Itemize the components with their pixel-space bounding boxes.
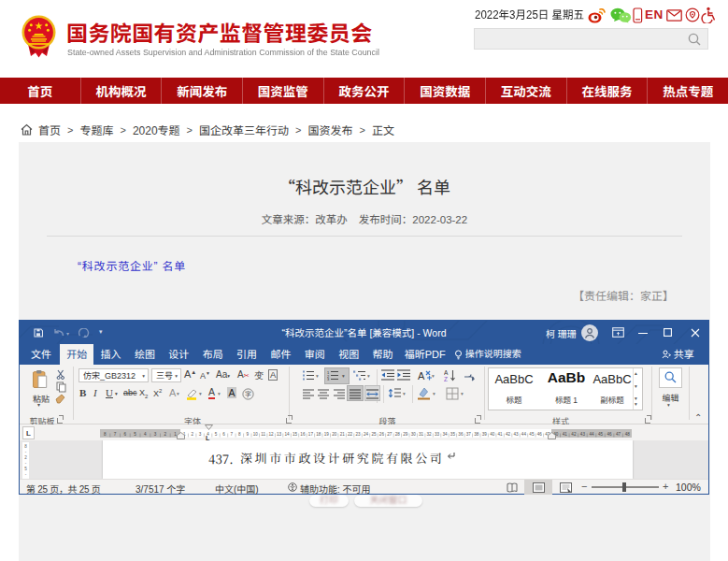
- svg-text:45: 45: [598, 432, 604, 437]
- svg-text:10: 10: [253, 432, 259, 437]
- svg-text:42: 42: [571, 432, 577, 437]
- svg-text:14: 14: [284, 432, 290, 437]
- svg-text:6: 6: [222, 432, 225, 437]
- svg-text:41: 41: [563, 432, 568, 437]
- svg-text:39: 39: [482, 432, 488, 437]
- svg-text:2: 2: [24, 455, 27, 460]
- svg-text:46: 46: [607, 432, 613, 437]
- svg-text:31: 31: [419, 432, 424, 437]
- svg-text:12: 12: [269, 432, 275, 437]
- svg-text:4: 4: [144, 432, 147, 437]
- svg-text:19: 19: [324, 432, 330, 437]
- svg-text:40: 40: [490, 432, 495, 437]
- svg-text:Z: Z: [444, 376, 448, 381]
- svg-text:35: 35: [450, 432, 456, 437]
- svg-text:44: 44: [589, 432, 594, 437]
- svg-text:8: 8: [24, 444, 27, 449]
- svg-text:17: 17: [308, 432, 314, 437]
- svg-text:5: 5: [134, 432, 136, 437]
- svg-text:9: 9: [247, 432, 250, 437]
- svg-text:30: 30: [411, 432, 417, 437]
- svg-text:29: 29: [403, 432, 408, 437]
- svg-text:33: 33: [435, 432, 440, 437]
- svg-text:37: 37: [466, 432, 472, 437]
- svg-text:-: -: [25, 450, 27, 454]
- svg-text:32: 32: [427, 432, 433, 437]
- svg-text:25: 25: [371, 432, 377, 437]
- svg-text:26: 26: [379, 432, 385, 437]
- svg-text:2: 2: [191, 432, 193, 437]
- svg-text:43: 43: [580, 432, 586, 437]
- svg-text:47: 47: [616, 432, 621, 437]
- svg-text:23: 23: [356, 432, 362, 437]
- svg-text:43: 43: [513, 432, 519, 437]
- svg-text:5: 5: [24, 467, 27, 471]
- svg-text:11: 11: [261, 432, 265, 437]
- svg-text:7: 7: [114, 432, 117, 437]
- svg-text:44: 44: [521, 432, 527, 437]
- svg-text:18: 18: [316, 432, 321, 437]
- svg-text:21: 21: [340, 432, 346, 437]
- svg-text:36: 36: [458, 432, 464, 437]
- svg-text:7: 7: [231, 432, 234, 437]
- svg-text:-: -: [25, 472, 27, 477]
- svg-text:13: 13: [277, 432, 282, 437]
- svg-text:38: 38: [474, 432, 479, 437]
- svg-text:42: 42: [506, 432, 511, 437]
- svg-text:3: 3: [154, 432, 157, 437]
- svg-text:A: A: [418, 370, 425, 381]
- svg-text:46: 46: [537, 432, 543, 437]
- svg-text:15: 15: [293, 432, 298, 437]
- svg-text:45: 45: [529, 432, 535, 437]
- svg-text:16: 16: [300, 432, 306, 437]
- svg-text:5: 5: [215, 432, 218, 437]
- svg-text:34: 34: [442, 432, 448, 437]
- svg-text:48: 48: [625, 432, 631, 437]
- svg-text:27: 27: [387, 432, 393, 437]
- svg-text:28: 28: [395, 432, 401, 437]
- svg-text:22: 22: [348, 432, 353, 437]
- svg-text:8: 8: [104, 432, 107, 437]
- svg-text:-: -: [25, 461, 27, 466]
- svg-text:3: 3: [199, 432, 202, 437]
- svg-text:24: 24: [364, 432, 369, 437]
- svg-text:8: 8: [238, 432, 241, 437]
- svg-text:2: 2: [164, 432, 167, 437]
- svg-text:41: 41: [498, 432, 504, 437]
- svg-text:A: A: [444, 369, 449, 376]
- svg-text:6: 6: [124, 432, 127, 437]
- svg-text:字: 字: [245, 389, 251, 398]
- svg-text:3: 3: [327, 377, 330, 381]
- svg-text:20: 20: [332, 432, 337, 437]
